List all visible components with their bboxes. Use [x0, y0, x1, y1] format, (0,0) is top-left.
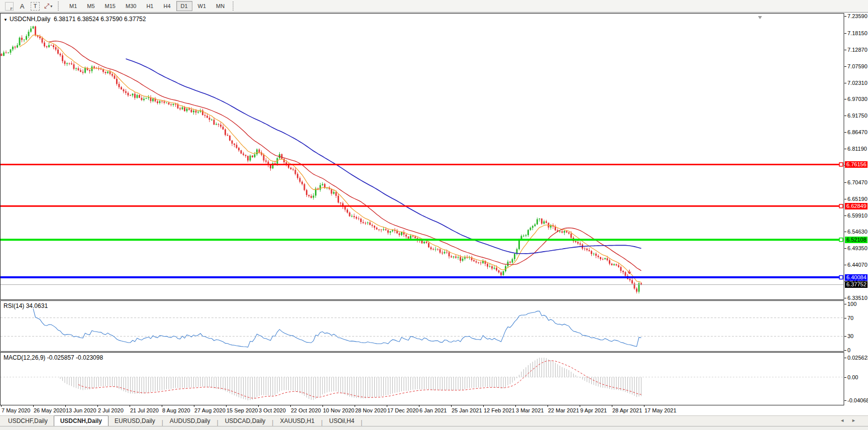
current-price-tag: 6.37752: [845, 281, 867, 288]
timeframe-button-m5[interactable]: M5: [82, 1, 99, 11]
hline-price-tag: 6.52108: [845, 237, 867, 243]
price-axis-tick: 6.59910: [844, 212, 867, 219]
chart-tab-eurusd[interactable]: EURUSD,Daily: [108, 416, 161, 426]
date-axis-label: 27 Aug 2020: [194, 407, 226, 413]
hline-anchor-6.62849[interactable]: [839, 204, 843, 208]
date-axis-label: 15 Sep 2020: [227, 407, 258, 413]
date-axis-label: 9 Apr 2021: [580, 407, 607, 413]
hline-price-tag: 6.76156: [845, 161, 867, 168]
chart-tab-usoil[interactable]: USOil,H4: [323, 416, 360, 426]
tick-dash: [844, 83, 846, 83]
rsi-axis-tick: 100: [844, 301, 856, 307]
chart-symbol-period: USDCNH,Daily: [10, 16, 50, 23]
hline-price-tag: 6.40084: [845, 274, 867, 281]
date-axis-label: 6 Jan 2021: [419, 407, 447, 413]
timeframe-button-w1[interactable]: W1: [193, 1, 211, 11]
rsi-panel-canvas[interactable]: [0, 300, 844, 352]
price-axis-tick: 7.12870: [844, 47, 867, 53]
macd-axis-tick: 0.00: [844, 374, 858, 380]
chart-tab-xauusd[interactable]: XAUUSD,H1: [274, 416, 320, 426]
tab-scroll-right-icon[interactable]: ►: [851, 418, 856, 423]
arrows-tool-icon[interactable]: ⤢ ▾: [42, 1, 54, 12]
macd-panel-canvas[interactable]: [0, 352, 844, 405]
price-axis-tick: 6.33510: [844, 295, 867, 301]
tick-dash: [844, 182, 846, 183]
tick-label: 0.025623: [847, 355, 868, 361]
timeframe-button-m15[interactable]: M15: [100, 1, 120, 11]
tick-dash: [844, 336, 846, 337]
tick-dash: [844, 318, 846, 318]
timeframe-button-d1[interactable]: D1: [176, 1, 192, 11]
tick-label: 30: [847, 333, 853, 339]
toolbar: F A T ⤢ ▾ M1M5M15M30H1H4D1W1MN: [0, 0, 868, 13]
hline-anchor-6.40084[interactable]: [839, 276, 843, 279]
tick-dash: [844, 350, 846, 351]
hline-anchor-6.76156[interactable]: [839, 163, 843, 166]
chart-tab-usdcad[interactable]: USDCAD,Daily: [219, 416, 272, 426]
text-box-icon[interactable]: T: [29, 1, 41, 12]
date-axis-tick: [322, 405, 323, 407]
ma-mid-line: [49, 41, 641, 271]
date-axis-label: 25 Jan 2021: [452, 407, 482, 413]
grid-f-icon[interactable]: F: [3, 1, 15, 12]
price-axis-tick: 6.49350: [844, 245, 867, 251]
date-axis[interactable]: 7 May 202026 May 202013 Jun 20202 Jul 20…: [0, 405, 868, 415]
date-axis-label: 13 Jun 2020: [66, 407, 96, 413]
date-axis-tick: [612, 405, 612, 407]
tick-dash: [844, 50, 846, 50]
text-label-icon[interactable]: A: [16, 1, 28, 12]
date-axis-label: 28 Nov 2020: [355, 407, 386, 413]
grid-f-icon-glyph: F: [5, 2, 14, 11]
rsi-line: [33, 308, 641, 347]
toolbar-drag-handle-2[interactable]: [233, 2, 236, 11]
chart-tab-usdchf[interactable]: USDCHF,Daily: [2, 416, 54, 426]
tick-label: 100: [847, 301, 856, 307]
tick-label: 6.59910: [847, 212, 867, 219]
price-axis-tick: 7.07590: [844, 63, 867, 69]
price-axis-tick: 6.65190: [844, 196, 867, 202]
rsi-axis-tick: 30: [844, 333, 853, 339]
chart-shift-marker-icon[interactable]: [758, 16, 762, 19]
timeframe-button-h4[interactable]: H4: [159, 1, 175, 11]
chart-collapse-icon[interactable]: ▼: [4, 18, 8, 22]
price-chart-canvas[interactable]: [0, 13, 844, 300]
tick-label: 70: [847, 315, 853, 321]
tick-label: 6.70470: [847, 179, 867, 185]
price-panel-border: [1, 14, 844, 300]
tick-label: 6.65190: [847, 196, 867, 202]
price-axis-tick: 6.91750: [844, 113, 867, 119]
tick-dash: [844, 216, 846, 216]
timeframe-button-m30[interactable]: M30: [121, 1, 141, 11]
timeframe-button-mn[interactable]: MN: [211, 1, 229, 11]
status-bar: [0, 426, 868, 430]
hline-price-tag: 6.62849: [845, 203, 867, 209]
tick-dash: [844, 298, 846, 298]
date-axis-label: 22 Oct 2020: [291, 407, 321, 413]
ma-fast-line: [20, 35, 641, 282]
date-axis-label: 17 May 2021: [644, 407, 677, 413]
date-axis-tick: [290, 405, 291, 407]
tick-label: 7.07590: [847, 63, 867, 69]
date-axis-tick: [644, 405, 644, 407]
macd-axis-tick: 0.025623: [844, 355, 868, 361]
date-axis-tick: [130, 405, 130, 407]
price-axis-tick: 7.18150: [844, 30, 867, 36]
tab-scroll-left-icon[interactable]: ◄: [840, 418, 844, 423]
timeframe-button-h1[interactable]: H1: [142, 1, 158, 11]
date-axis-label: 7 May 2020: [2, 407, 30, 413]
chart-tab-audusd[interactable]: AUDUSD,Daily: [164, 416, 216, 426]
tick-label: 0: [847, 347, 850, 353]
tick-dash: [844, 66, 846, 67]
price-axis-tick: 6.44070: [844, 262, 867, 268]
price-axis[interactable]: 7.235907.181507.128707.075907.023106.970…: [844, 13, 868, 405]
hline-anchor-6.52108[interactable]: [839, 238, 843, 242]
chart-tab-usdcnh[interactable]: USDCNH,Daily: [54, 415, 108, 426]
tick-dash: [844, 33, 846, 34]
date-axis-tick: [65, 405, 66, 407]
date-axis-tick: [1, 405, 2, 407]
tick-dash: [844, 132, 846, 133]
tick-dash: [844, 377, 846, 378]
tab-scroll-arrows: ◄ ►: [840, 418, 856, 423]
timeframe-button-m1[interactable]: M1: [65, 1, 81, 11]
toolbar-drag-handle[interactable]: [58, 2, 61, 11]
